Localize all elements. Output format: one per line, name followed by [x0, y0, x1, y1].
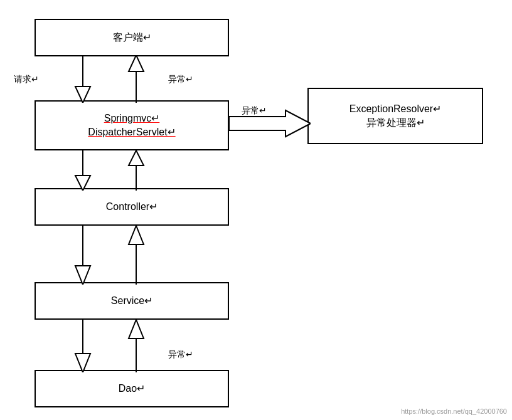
svg-marker-3: [129, 150, 144, 191]
client-box: 客户端↵: [35, 19, 229, 56]
label-yichang-dao: 异常↵: [168, 349, 193, 360]
arrow-big-right: [229, 108, 311, 139]
arrow-up-2: [122, 150, 150, 191]
arrow-down-4: [69, 320, 97, 372]
dao-label: Dao↵: [119, 382, 145, 396]
arrow-up-3: [122, 226, 150, 285]
svg-marker-1: [129, 55, 144, 103]
label-qingqiu: 请求↵: [14, 74, 39, 85]
svg-marker-5: [129, 226, 144, 285]
arrow-up-4: [122, 320, 150, 372]
dispatcher-label: Springmvc↵ DispatcherServlet↵: [88, 112, 175, 140]
svg-marker-6: [75, 320, 90, 372]
arrow-down-1: [69, 55, 97, 103]
controller-label: Controller↵: [106, 200, 157, 214]
arrow-down-3: [69, 226, 97, 285]
svg-marker-8: [229, 110, 311, 137]
svg-marker-7: [129, 320, 144, 372]
exception-resolver-box: ExceptionResolver↵ 异常处理器↵: [307, 88, 483, 144]
service-box: Service↵: [35, 282, 229, 320]
service-label: Service↵: [111, 294, 152, 308]
label-yichang-dispatcher: 异常↵: [168, 74, 193, 85]
exception-resolver-label: ExceptionResolver↵ 异常处理器↵: [349, 102, 441, 130]
client-label: 客户端↵: [113, 31, 151, 45]
svg-marker-2: [75, 150, 90, 191]
dao-box: Dao↵: [35, 370, 229, 407]
watermark: https://blog.csdn.net/qq_42000760: [401, 407, 507, 415]
dispatcher-box: Springmvc↵ DispatcherServlet↵: [35, 100, 229, 150]
svg-marker-4: [75, 226, 90, 285]
diagram-container: 客户端↵ Springmvc↵ DispatcherServlet↵ Contr…: [0, 0, 512, 420]
svg-marker-0: [75, 55, 90, 103]
arrow-up-1: [122, 55, 150, 103]
arrow-down-2: [69, 150, 97, 191]
controller-box: Controller↵: [35, 188, 229, 226]
